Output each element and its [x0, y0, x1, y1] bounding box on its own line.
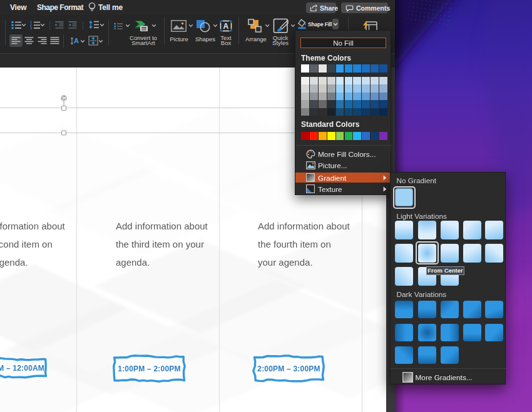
svg-text:A: A — [223, 22, 229, 31]
svg-text:A: A — [74, 37, 79, 44]
svg-text:3: 3 — [30, 26, 32, 29]
